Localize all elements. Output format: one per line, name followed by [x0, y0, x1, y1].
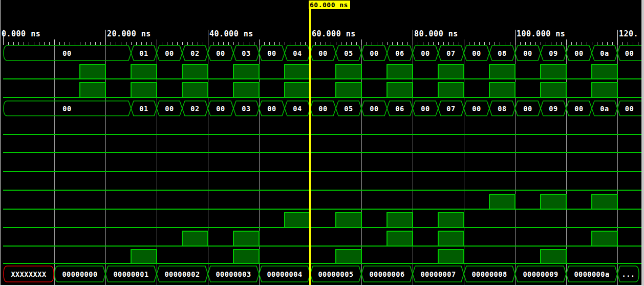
signal-pulse: [592, 83, 617, 97]
bus-value: 00000004: [267, 270, 302, 278]
bus-value: 00: [318, 105, 327, 113]
signal-pulse: [387, 83, 413, 97]
bus-value: 00: [165, 49, 174, 57]
bus-value: 00: [267, 105, 276, 113]
signal-pulse: [233, 83, 259, 97]
bus-value: 01: [139, 49, 148, 57]
signal-pulse: [541, 65, 566, 79]
ruler-label: 0.000 ns: [2, 29, 40, 38]
signal-pulse: [182, 83, 208, 97]
bus-value: 03: [242, 49, 250, 57]
signal-pulse: [438, 65, 464, 79]
bus-value: 00: [370, 49, 378, 57]
signal-pulse: [336, 65, 361, 79]
signal-pulse: [233, 250, 259, 263]
bus-value: 06: [395, 105, 404, 113]
bus-value: 02: [190, 49, 199, 57]
signal-pulse: [336, 213, 361, 228]
bus-value: 08: [498, 105, 506, 113]
ruler-label: 80.000 ns: [414, 29, 458, 38]
signal-pulse: [285, 213, 310, 228]
ruler-label: 60.000 ns: [312, 29, 356, 38]
ruler-label: 40.000 ns: [209, 29, 253, 38]
signal-pulse: [182, 231, 208, 246]
bus-value: 00: [216, 105, 225, 113]
bus-value: 09: [549, 105, 557, 113]
signal-pulse: [541, 194, 566, 209]
signal-pulse: [80, 83, 105, 97]
bus-value: 00000000: [62, 270, 97, 278]
signal-pulse: [592, 194, 617, 209]
bus-value: 00000006: [369, 270, 404, 278]
bus-value: 00: [472, 105, 481, 113]
signal-pulse: [80, 65, 105, 79]
signal-pulse: [438, 213, 464, 228]
bus-value: 0a: [600, 49, 609, 57]
bus-value: 00: [574, 49, 583, 57]
bus-value: 00: [625, 105, 634, 113]
bus-value: 00000005: [318, 270, 353, 278]
bus-value: 04: [293, 49, 302, 57]
bus-value: 00: [318, 49, 327, 57]
bus-value: 00000009: [523, 270, 558, 278]
signal-pulse: [233, 65, 259, 79]
bus-value: 06: [395, 49, 404, 57]
signal-pulse: [285, 65, 310, 79]
bus-value: 00: [523, 105, 532, 113]
signal-pulse: [387, 231, 413, 246]
signal-pulse: [592, 65, 617, 79]
bus-value: 00: [370, 105, 378, 113]
signal-pulse: [131, 65, 157, 79]
ruler-label: 100.000 ns: [517, 29, 565, 38]
signal-pulse: [438, 83, 464, 97]
signal-pulse: [336, 250, 361, 263]
bus-value: 00000002: [164, 270, 200, 278]
bus-value: ...: [622, 270, 635, 278]
bus-value: 09: [549, 49, 557, 57]
bus-value: 00: [421, 49, 430, 57]
signal-pulse: [489, 83, 515, 97]
bus-value: 05: [344, 105, 353, 113]
bus-value: 00: [472, 49, 481, 57]
signal-pulse: [541, 83, 566, 97]
bus-value: 00000001: [113, 270, 148, 278]
bus-value: 04: [293, 105, 302, 113]
signal-pulse: [336, 83, 361, 97]
bus-value: 00000008: [471, 270, 507, 278]
wave-canvas[interactable]: 0.000 ns20.000 ns40.000 ns60.000 ns80.00…: [1, 0, 641, 285]
bus-value: 00000003: [216, 270, 251, 278]
signal-pulse: [387, 65, 413, 79]
signal-pulse: [489, 194, 515, 209]
signal-pulse: [387, 213, 413, 228]
signal-pulse: [541, 250, 566, 263]
signal-pulse: [131, 250, 157, 263]
bus-value: 00: [421, 105, 430, 113]
bus-value: 00: [216, 49, 225, 57]
signal-pulse: [182, 65, 208, 79]
bus-value: 0a: [600, 105, 609, 113]
waveform-viewer: 0.000 ns20.000 ns40.000 ns60.000 ns80.00…: [0, 0, 644, 286]
bus-value: 00: [625, 49, 634, 57]
signal-pulse: [285, 83, 310, 97]
bus-value: 07: [446, 49, 455, 57]
bus-value: 02: [190, 105, 199, 113]
signal-pulse: [592, 231, 617, 246]
signal-pulse: [131, 83, 157, 97]
bus-value: 01: [139, 105, 148, 113]
bus-value: 08: [498, 49, 506, 57]
ruler-label: 20.000 ns: [107, 29, 151, 38]
signal-pulse: [489, 65, 515, 79]
bus-value: 00: [62, 49, 71, 57]
ruler-label: 120.: [619, 29, 638, 38]
bus-value: 07: [446, 105, 455, 113]
bus-value: 00000007: [420, 270, 456, 278]
bus-value: 00: [165, 105, 174, 113]
cursor-time-label[interactable]: 60.000 ns: [309, 1, 350, 9]
bus-value: 00: [574, 105, 583, 113]
time-cursor[interactable]: [309, 1, 311, 285]
bus-value: 05: [344, 49, 353, 57]
bus-value: 00: [523, 49, 532, 57]
bus-value: 00: [267, 49, 276, 57]
bus-value: 00: [62, 105, 71, 113]
signal-pulse: [438, 250, 464, 263]
